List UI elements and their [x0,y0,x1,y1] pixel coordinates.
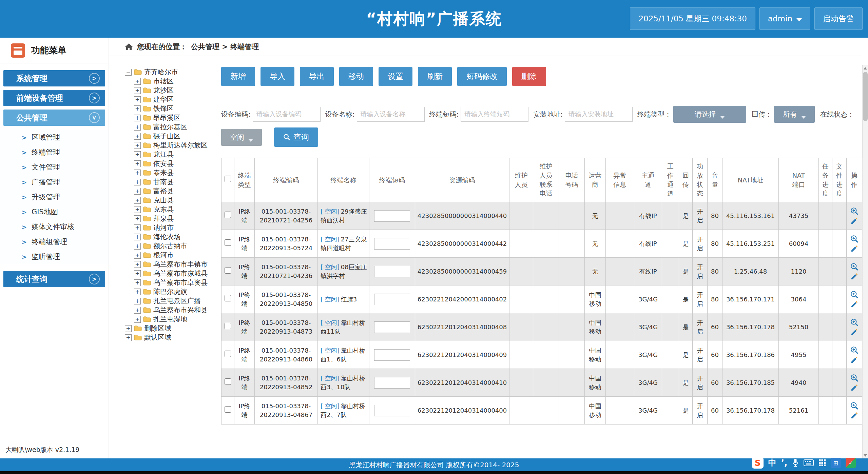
shortcode-input[interactable] [374,266,410,277]
tray-icon-2[interactable]: ✓ [846,458,856,468]
backhaul-select[interactable]: 所有 [774,106,815,123]
edit-button[interactable] [850,411,859,419]
short-code-input[interactable] [461,107,528,122]
tree-node[interactable]: + 昂昂溪区 [134,113,221,122]
row-checkbox[interactable] [225,239,231,246]
edit-button[interactable] [850,383,859,392]
shortcode-input[interactable] [374,321,410,333]
user-menu[interactable]: admin [759,7,810,30]
view-detail-button[interactable] [850,235,859,243]
view-detail-button[interactable] [850,401,859,410]
sidebar-section-stats[interactable]: 统计查询 > [3,271,105,287]
sidebar-item[interactable]: > 媒体文件审核 [0,219,109,234]
tree-node[interactable]: + 乌兰察布市凉城县 [134,269,221,278]
expand-icon[interactable]: + [134,261,141,268]
view-detail-button[interactable] [850,374,859,382]
tree-node[interactable]: + 海伦农场 [134,232,221,241]
tree-node[interactable]: + 梅里斯达斡尔族区 [134,141,221,150]
search-button[interactable]: 查询 [274,127,318,147]
row-checkbox[interactable] [225,212,231,218]
terminal-type-select[interactable]: 请选择 [673,106,746,123]
row-checkbox[interactable] [225,351,231,357]
tree-node[interactable]: + 陈巴尔虎旗 [134,287,221,296]
add-button[interactable]: 新增 [221,67,255,86]
expand-icon[interactable]: + [134,133,141,140]
settings-button[interactable]: 设置 [379,67,412,86]
shortcode-input[interactable] [374,405,410,416]
tree-node[interactable]: + 乌兰察布市卓资县 [134,278,221,287]
view-detail-button[interactable] [850,262,859,271]
edit-button[interactable] [850,300,859,308]
delete-button[interactable]: 删除 [512,67,546,86]
sidebar-section-frontend[interactable]: 前端设备管理 > [3,90,105,106]
start-alarm-button[interactable]: 启动告警 [814,7,863,30]
expand-icon[interactable]: + [134,197,141,204]
expand-icon[interactable]: + [134,270,141,277]
sidebar-item[interactable]: > GIS地图 [0,204,109,219]
expand-icon[interactable]: + [134,151,141,158]
row-checkbox[interactable] [225,267,231,274]
expand-icon[interactable]: + [134,316,141,323]
scroll-down-button[interactable] [863,452,868,458]
expand-icon[interactable]: + [134,279,141,286]
edit-button[interactable] [850,217,859,225]
install-address-input[interactable] [565,107,633,122]
mic-icon[interactable] [792,458,799,467]
row-checkbox[interactable] [225,295,231,301]
toolbox-grid-icon[interactable] [818,459,826,467]
expand-icon[interactable]: + [125,325,132,332]
sidebar-item[interactable]: > 文件管理 [0,160,109,175]
sidebar-item[interactable]: > 升级管理 [0,190,109,204]
device-code-input[interactable] [253,107,321,122]
tree-node[interactable]: + 富拉尔基区 [134,122,221,132]
expand-icon[interactable]: + [134,87,141,94]
tree-node[interactable]: + 讷河市 [134,223,221,232]
row-checkbox[interactable] [225,323,231,329]
tree-node[interactable]: + 根河市 [134,251,221,260]
expand-icon[interactable]: + [134,234,141,240]
collapse-icon[interactable]: − [125,69,132,76]
expand-icon[interactable]: + [134,307,141,314]
edit-button[interactable] [850,244,859,253]
tree-node[interactable]: + 克东县 [134,205,221,214]
sogou-logo-icon[interactable]: S [752,457,764,469]
row-checkbox[interactable] [225,406,231,413]
refresh-button[interactable]: 刷新 [418,67,452,86]
tree-node[interactable]: + 额尔古纳市 [134,241,221,251]
sidebar-item[interactable]: > 广播管理 [0,175,109,190]
scrollbar-thumb[interactable] [863,72,868,121]
shortcode-input[interactable] [374,210,410,222]
expand-icon[interactable]: + [134,105,141,112]
scroll-up-button[interactable] [863,65,868,71]
view-detail-button[interactable] [850,207,859,216]
tree-node[interactable]: + 乌兰察布市丰镇市 [134,260,221,269]
tree-node[interactable]: + 扎兰屯景区广播 [134,296,221,305]
tree-node[interactable]: + 建华区 [134,95,221,104]
expand-icon[interactable]: + [134,115,141,121]
expand-icon[interactable]: + [134,78,141,85]
edit-button[interactable] [850,356,859,364]
shortcode-input[interactable] [374,238,410,250]
shortcode-edit-button[interactable]: 短码修改 [457,67,507,86]
sidebar-item[interactable]: > 终端管理 [0,145,109,160]
shortcode-input[interactable] [374,377,410,389]
move-button[interactable]: 移动 [339,67,373,86]
import-button[interactable]: 导入 [261,67,294,86]
punctuation-icon[interactable]: ’, [781,458,787,468]
expand-icon[interactable]: + [134,252,141,259]
tree-node-default-region[interactable]: + 默认区域 [125,333,221,342]
shortcode-input[interactable] [374,294,410,305]
tree-node-deleted-region[interactable]: + 删除区域 [125,324,221,333]
sidebar-item[interactable]: > 区域管理 [0,130,109,145]
expand-icon[interactable]: + [134,188,141,195]
expand-icon[interactable]: + [134,96,141,103]
edit-button[interactable] [850,328,859,336]
sidebar-item[interactable]: > 监听管理 [0,249,109,264]
tree-node[interactable]: + 拜泉县 [134,214,221,223]
keyboard-icon[interactable] [804,459,814,466]
tree-node[interactable]: + 碾子山区 [134,132,221,141]
expand-icon[interactable]: + [125,334,132,341]
select-all-checkbox[interactable] [225,176,231,182]
tree-node[interactable]: + 铁锋区 [134,104,221,113]
export-button[interactable]: 导出 [300,67,334,86]
